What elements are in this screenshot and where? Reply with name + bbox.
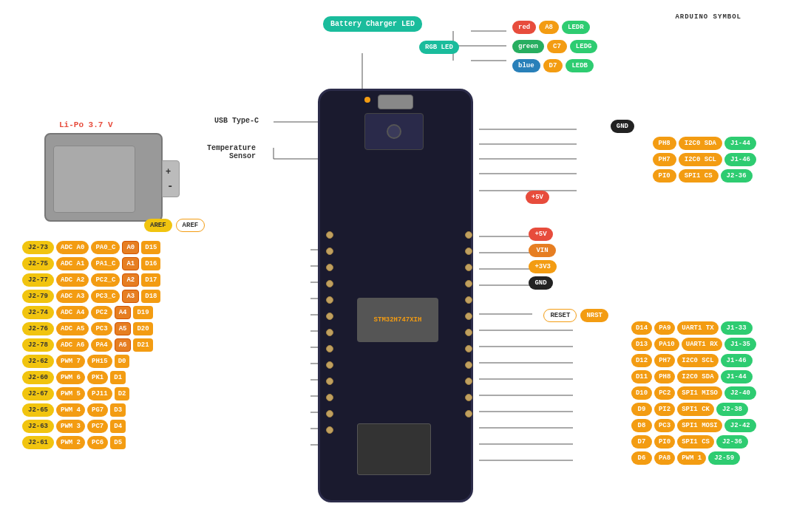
power-vin: VIN	[529, 244, 557, 257]
right-pin-section: D14 PA9 UART1 TX J1-33 D13 PA10 UART1 RX…	[631, 321, 756, 465]
top-right-gnd: GND	[611, 120, 634, 133]
rp7-j: J2-36	[716, 435, 748, 449]
rp7-d: D7	[631, 435, 652, 449]
lp6-d: D21	[133, 338, 152, 352]
pin-left-12	[326, 410, 333, 417]
lp0-port: PA0_C	[91, 241, 120, 254]
lp1-port: PA1_C	[91, 257, 120, 270]
lp2-adc: ADC A2	[56, 273, 89, 287]
plus5v-top-pill: +5V	[526, 191, 549, 204]
rp8-j: J2-59	[708, 451, 740, 465]
lp9-j: J2-67	[22, 387, 54, 400]
lp12-adc: PWM 2	[56, 436, 85, 449]
pin-right-4	[465, 280, 472, 287]
top-right-row-2: PI0 SPI1 CS J2-36	[653, 169, 756, 183]
lp4-an: A4	[115, 306, 132, 319]
lp10-d: D3	[110, 403, 126, 417]
pin-left-1	[326, 231, 333, 239]
lp8-d: D1	[110, 371, 126, 384]
rp4-port: PC2	[654, 386, 675, 400]
rp8-d: D6	[631, 451, 652, 465]
rp6-j: J2-42	[724, 419, 756, 432]
rp1-d: D13	[631, 338, 652, 351]
lp7-d: D0	[115, 355, 130, 368]
pin-left-8	[326, 345, 333, 352]
lp4-j: J2-74	[22, 306, 54, 319]
lp7-j: J2-62	[22, 355, 54, 368]
lpin-row-4: J2-74 ADC A4 PC2 A4 D19	[22, 306, 160, 319]
pin-left-4	[326, 280, 333, 287]
pin-right-7	[465, 329, 472, 336]
lp2-port: PC2_C	[91, 273, 120, 287]
lp10-j: J2-65	[22, 403, 54, 417]
rp2-func: I2C0 SCL	[677, 354, 718, 367]
tr2-j: J2-36	[721, 169, 753, 183]
lp4-adc: ADC A4	[56, 306, 89, 319]
lpin-row-10: J2-65 PWM 4 PG7 D3	[22, 403, 160, 417]
temp-line2: Sensor	[207, 152, 256, 160]
usb-label: USB Type-C	[214, 117, 259, 125]
lp4-d: D19	[133, 306, 152, 319]
lp4-port: PC2	[91, 306, 112, 319]
lp0-d: D15	[141, 241, 160, 254]
pin-right-12	[465, 410, 472, 417]
lp11-port: PC7	[87, 420, 108, 433]
power-gnd: GND	[529, 276, 557, 290]
rp4-d: D10	[631, 386, 652, 400]
lpin-row-2: J2-77 ADC A2 PC2_C A2 D17	[22, 273, 160, 287]
pin-right-1	[465, 231, 472, 239]
battery-connector: + -	[162, 160, 180, 197]
rp7-func: SPI1 CS	[677, 435, 714, 449]
aref-right-pill: AREF	[176, 219, 206, 232]
lp5-d: D20	[133, 322, 152, 335]
gnd-power-pill: GND	[529, 276, 552, 290]
lp3-an: A3	[122, 290, 139, 303]
reset-section: RESET NRST	[543, 309, 608, 322]
memory-module	[357, 423, 431, 475]
rp3-port: PH8	[654, 370, 675, 383]
rp1-func: UART1 RX	[682, 338, 722, 351]
pin-right-8	[465, 345, 472, 352]
rp5-d: D9	[631, 403, 652, 416]
p3v3-pill: +3V3	[529, 260, 557, 273]
led-indicator	[364, 97, 370, 103]
lp1-j: J2-75	[22, 257, 54, 270]
lp6-an: A6	[115, 338, 132, 352]
lp8-port: PK1	[87, 371, 108, 384]
rp6-port: PC3	[654, 419, 675, 432]
pin-right-2	[465, 248, 472, 255]
temp-line1: Temperature	[207, 144, 256, 152]
rgb-blue-pin: D7	[543, 59, 563, 72]
lpin-row-8: J2-60 PWM 6 PK1 D1	[22, 371, 160, 384]
rgb-green-arduino: LEDG	[570, 40, 598, 53]
pin-left-5	[326, 296, 333, 304]
lp8-adc: PWM 6	[56, 371, 85, 384]
rp5-func: SPI1 CK	[677, 403, 714, 416]
rgb-blue-arduino: LEDB	[566, 59, 594, 72]
lp5-adc: ADC A5	[56, 322, 89, 335]
lp8-j: J2-60	[22, 371, 54, 384]
lp11-d: D4	[110, 420, 126, 433]
lp1-d: D16	[141, 257, 160, 270]
lp0-j: J2-73	[22, 241, 54, 254]
nrst-pill: NRST	[580, 309, 608, 322]
pin-left-3	[326, 264, 333, 271]
lp1-adc: ADC A1	[56, 257, 89, 270]
rgb-led-label: RGB LED	[419, 41, 459, 54]
rp5-port: PI2	[654, 403, 675, 416]
lpin-row-1: J2-75 ADC A1 PA1_C A1 D16	[22, 257, 160, 270]
lp2-j: J2-77	[22, 273, 54, 287]
lp12-d: D5	[110, 436, 126, 449]
rpin-row-0: D14 PA9 UART1 TX J1-33	[631, 321, 756, 335]
lp5-port: PC3	[91, 322, 112, 335]
main-chip: STM32H747XIH	[357, 298, 438, 342]
rp0-d: D14	[631, 321, 652, 335]
rp1-port: PA10	[654, 338, 679, 351]
tr2-pin: PI0	[653, 169, 676, 183]
rp2-d: D12	[631, 354, 652, 367]
rpin-row-1: D13 PA10 UART1 RX J1-35	[631, 338, 756, 351]
rp8-port: PA8	[654, 451, 675, 465]
tr0-pin: PH8	[653, 137, 676, 150]
lp12-j: J2-61	[22, 436, 54, 449]
lp3-adc: ADC A3	[56, 290, 89, 303]
